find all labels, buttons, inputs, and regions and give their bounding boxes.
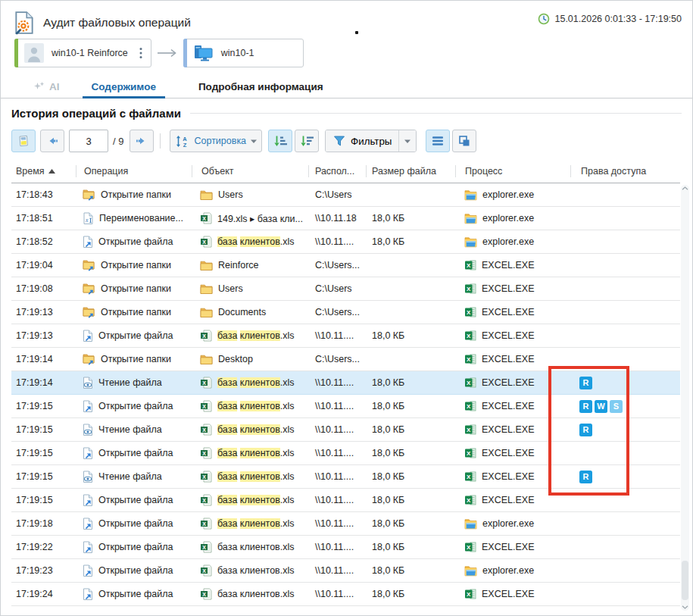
process-label: EXCEL.EXE: [482, 330, 534, 341]
file-read-icon: [83, 377, 93, 389]
cell-time: 17:19:23: [16, 559, 76, 582]
column-header-operation[interactable]: Операция: [84, 160, 128, 183]
rename-icon: x: [83, 212, 94, 224]
clock-icon: [538, 13, 550, 25]
column-divider[interactable]: [308, 165, 309, 177]
more-menu-icon[interactable]: [137, 45, 145, 61]
column-header-rights[interactable]: Права доступа: [581, 160, 646, 183]
object-label: база клиентов.xls: [217, 448, 295, 458]
document-icon: [17, 135, 30, 148]
object-label: база клиентов.xls: [217, 589, 295, 599]
table-row[interactable]: 17:19:04 Открытие папки Reinforce C:\Use…: [11, 254, 680, 277]
table-row[interactable]: 17:19:15 Открытие файла X база клиентов.…: [11, 395, 680, 418]
process-label: EXCEL.EXE: [482, 471, 534, 482]
table-row[interactable]: 17:19:13 Открытие папки Documents C:\Use…: [11, 301, 680, 324]
user-avatar-icon: [24, 43, 44, 63]
column-header-size[interactable]: Размер файла: [372, 160, 436, 183]
cell-time: 17:19:15: [16, 489, 76, 511]
process-label: EXCEL.EXE: [482, 401, 534, 411]
svg-text:X: X: [202, 216, 206, 221]
list-view-button[interactable]: [426, 130, 450, 152]
excel-app-icon: X: [464, 283, 476, 295]
table-row[interactable]: 17:19:08 Открытие папки Users C:\Users X…: [11, 277, 680, 301]
target-computer-label: win10-1: [221, 48, 254, 58]
column-divider[interactable]: [366, 165, 367, 177]
object-label: база клиентов.xls: [217, 518, 295, 529]
column-divider[interactable]: [455, 165, 456, 177]
svg-text:X: X: [202, 521, 206, 527]
filters-dropdown-button[interactable]: [398, 130, 416, 152]
object-label: база клиентов.xls: [217, 401, 295, 411]
excel-app-icon: X: [464, 424, 476, 436]
excel-file-icon: X: [200, 564, 212, 577]
table-row[interactable]: 17:19:14 Чтение файла X база клиентов.xl…: [11, 371, 680, 395]
table-row[interactable]: 17:19:15 Открытие файла X база клиентов.…: [11, 489, 680, 512]
arrow-right-icon: [156, 48, 179, 58]
scroll-down-icon[interactable]: [681, 605, 689, 609]
column-header-object[interactable]: Объект: [201, 160, 234, 183]
target-computer-card[interactable]: win10-1: [183, 39, 304, 67]
column-divider[interactable]: [192, 165, 192, 177]
sort-ascending-button[interactable]: [268, 130, 292, 152]
scrollbar-thumb[interactable]: [682, 561, 688, 600]
svg-text:X: X: [202, 568, 206, 574]
excel-file-icon: X: [200, 400, 212, 412]
column-header-location[interactable]: Распол...: [315, 160, 354, 183]
table-row[interactable]: 17:19:23 Открытие файла X база клиентов.…: [11, 559, 680, 583]
cell-rights: [570, 254, 676, 277]
excel-file-icon: X: [200, 236, 212, 248]
table-row[interactable]: 17:19:22 Открытие файла X база клиентов.…: [11, 536, 680, 559]
excel-app-icon: X: [464, 541, 476, 553]
column-header-time[interactable]: Время: [16, 160, 55, 183]
vertical-scrollbar[interactable]: [681, 185, 689, 611]
operation-label: Переименование...: [99, 213, 183, 224]
table-row[interactable]: 17:19:13 Открытие файла X база клиентов.…: [11, 324, 680, 348]
table-row[interactable]: 17:19:24 Открытие файла X база клиентов.…: [11, 583, 680, 606]
explorer-icon: [464, 213, 477, 224]
section-title: История операций с файлами: [11, 107, 181, 120]
filters-split-button: Фильтры: [325, 130, 417, 152]
cell-size: 18,0 КБ: [372, 230, 448, 253]
document-view-button[interactable]: [11, 130, 36, 152]
table-row[interactable]: 17:19:18 Открытие файла X база клиентов.…: [11, 512, 680, 536]
folder-icon: [200, 260, 213, 271]
column-divider[interactable]: [570, 165, 571, 177]
cell-size: 18,0 КБ: [372, 465, 448, 488]
folder-icon: [200, 307, 213, 318]
next-page-button[interactable]: [130, 130, 154, 152]
table-row[interactable]: 17:19:15 Открытие файла X база клиентов.…: [11, 442, 680, 465]
cell-size: 18,0 КБ: [372, 371, 448, 394]
arrow-left-icon: [46, 135, 58, 147]
column-divider[interactable]: [76, 165, 76, 177]
process-label: EXCEL.EXE: [482, 424, 534, 435]
audit-icon: [13, 11, 36, 35]
table-row[interactable]: 17:18:52 Открытие файла X база клиентов.…: [11, 230, 680, 254]
operation-label: Открытие файла: [98, 448, 173, 458]
cell-rights: [570, 442, 676, 464]
cell-size: [372, 254, 448, 277]
excel-file-icon: X: [200, 494, 212, 506]
page-input[interactable]: [69, 130, 108, 152]
source-user-card[interactable]: win10-1 Reinforce: [14, 39, 151, 67]
prev-page-button[interactable]: [40, 130, 64, 152]
table-row[interactable]: 17:18:43 Открытие папки Users C:\Users e…: [11, 183, 680, 207]
scroll-up-icon[interactable]: [681, 186, 689, 190]
cascade-view-button[interactable]: [452, 130, 476, 152]
operation-label: Открытие файла: [98, 495, 173, 505]
table-row[interactable]: 17:18:51 x Переименование... X 149.xls ▸…: [11, 207, 680, 230]
column-header-process[interactable]: Процесс: [465, 160, 502, 183]
sort-descending-button[interactable]: [295, 130, 319, 152]
sort-menu-button[interactable]: AZ Сортировка: [170, 130, 262, 152]
tab-content[interactable]: Содержимое: [83, 75, 165, 98]
table-row[interactable]: 17:19:14 Открытие папки Desktop C:\Users…: [11, 348, 680, 371]
table-row[interactable]: 17:19:15 Чтение файла X база клиентов.xl…: [11, 418, 680, 442]
filters-button[interactable]: Фильтры: [326, 130, 398, 152]
table-row[interactable]: 17:19:15 Чтение файла X база клиентов.xl…: [11, 465, 680, 489]
operation-label: Чтение файла: [98, 471, 162, 482]
tab-details[interactable]: Подробная информация: [189, 75, 332, 98]
cell-location: C:\Users...: [315, 254, 372, 277]
tab-ai[interactable]: AI: [23, 75, 69, 98]
time-range: 15.01.2026 0:01:33 - 17:19:50: [538, 13, 682, 25]
cell-rights: RWS: [570, 395, 676, 417]
time-range-label: 15.01.2026 0:01:33 - 17:19:50: [554, 14, 682, 24]
